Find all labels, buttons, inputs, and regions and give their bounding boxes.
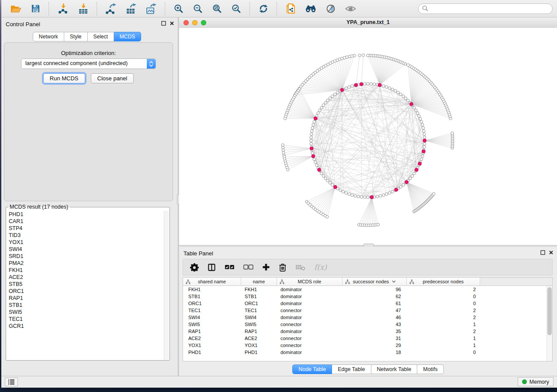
cell[interactable]: 35 <box>343 328 407 335</box>
mcds-result-item[interactable]: SWI5 <box>7 309 164 316</box>
select-all-icon[interactable] <box>221 263 238 271</box>
cell[interactable]: ORC1 <box>241 300 277 307</box>
table-row[interactable]: ORC1ORC1dominator610 <box>183 300 552 307</box>
deselect-all-icon[interactable] <box>240 263 257 271</box>
tab-select[interactable]: Select <box>88 32 114 41</box>
cell[interactable]: 61 <box>343 300 407 307</box>
import-table-icon[interactable] <box>74 2 92 16</box>
mcds-result-item[interactable]: RAP1 <box>7 295 164 302</box>
delete-column-icon[interactable] <box>275 262 290 272</box>
cell[interactable]: 1 <box>407 335 480 342</box>
table-row[interactable]: PHD1PHD1dominator180 <box>183 349 552 356</box>
zoom-fit-icon[interactable] <box>209 2 225 15</box>
cell[interactable]: 43 <box>343 321 407 328</box>
cell[interactable]: connector <box>277 321 343 328</box>
mcds-result-item[interactable]: TID3 <box>7 232 164 239</box>
mcds-result-item[interactable]: PHD1 <box>7 211 164 218</box>
cell[interactable]: 2 <box>407 307 480 314</box>
toggle-panel-columns-icon[interactable] <box>204 262 219 272</box>
mcds-result-item[interactable]: SRD1 <box>7 253 164 260</box>
cell[interactable]: 1 <box>407 342 480 349</box>
new-network-from-selection-icon[interactable] <box>282 2 299 16</box>
mcds-result-item[interactable]: ORC1 <box>7 288 164 295</box>
cell[interactable]: 2 <box>407 314 480 321</box>
import-network-icon[interactable] <box>54 2 72 16</box>
tab-network[interactable]: Network <box>33 32 64 41</box>
table-row[interactable]: FKH1FKH1dominator962 <box>183 286 552 293</box>
network-graph[interactable] <box>179 28 557 245</box>
cell[interactable]: 96 <box>343 286 407 293</box>
network-canvas[interactable] <box>179 28 557 245</box>
add-column-icon[interactable] <box>259 262 273 272</box>
memory-button[interactable]: Memory <box>518 377 554 386</box>
zoom-in-icon[interactable] <box>170 2 187 15</box>
table-scrollbar[interactable] <box>547 286 552 361</box>
float-panel-icon[interactable] <box>540 250 545 255</box>
float-panel-icon[interactable] <box>161 21 166 26</box>
cell[interactable]: SWI4 <box>183 314 241 321</box>
column-header-mcds-role[interactable]: MCDS role <box>277 278 343 286</box>
cell[interactable]: connector <box>277 342 343 349</box>
cell[interactable]: PHD1 <box>241 349 277 356</box>
scrollbar-thumb[interactable] <box>547 287 552 335</box>
cell[interactable]: 2 <box>407 328 480 335</box>
cell[interactable]: TEC1 <box>241 307 277 314</box>
cell[interactable]: dominator <box>277 328 343 335</box>
mcds-result-item[interactable]: GCR1 <box>7 323 164 330</box>
tab-mcds[interactable]: MCDS <box>114 32 141 41</box>
cell[interactable]: RAP1 <box>183 328 241 335</box>
cell[interactable]: dominator <box>277 286 343 293</box>
cell[interactable]: 0 <box>407 293 480 300</box>
cell[interactable]: connector <box>277 335 343 342</box>
table-row[interactable]: YOX1YOX1connector291 <box>183 342 552 349</box>
save-session-icon[interactable] <box>28 2 44 15</box>
cell[interactable]: 31 <box>343 335 407 342</box>
cell[interactable]: 1 <box>407 321 480 328</box>
cell[interactable]: ORC1 <box>183 300 241 307</box>
table-tab-motifs[interactable]: Motifs <box>417 364 443 374</box>
graphics-details-icon[interactable] <box>322 2 339 15</box>
cell[interactable]: TEC1 <box>183 307 241 314</box>
mcds-result-item[interactable]: YOX1 <box>7 239 164 246</box>
cell[interactable]: 0 <box>407 349 480 356</box>
show-hide-eye-icon[interactable] <box>342 2 360 15</box>
cell[interactable]: 46 <box>343 314 407 321</box>
settings-gear-icon[interactable] <box>187 262 202 272</box>
mcds-result-item[interactable]: FKH1 <box>7 267 164 274</box>
find-binoculars-icon[interactable] <box>301 2 320 15</box>
column-header-successor-nodes[interactable]: successor nodes <box>343 278 407 286</box>
cell[interactable]: STB1 <box>241 293 277 300</box>
mcds-result-item[interactable]: PMA2 <box>7 260 164 267</box>
cell[interactable]: ACE2 <box>241 335 277 342</box>
mcds-result-item[interactable]: TEC1 <box>7 316 164 323</box>
mcds-result-list[interactable]: PHD1CAR1STP4TID3YOX1SWI4SRD1PMA2FKH1ACE2… <box>7 211 164 360</box>
column-header-shared-name[interactable]: shared name <box>183 278 241 286</box>
cell[interactable]: SWI4 <box>241 314 277 321</box>
cell[interactable]: 29 <box>343 342 407 349</box>
cell[interactable]: SWI5 <box>241 321 277 328</box>
tab-style[interactable]: Style <box>64 32 88 41</box>
column-header-predecessor-nodes[interactable]: predecessor nodes <box>407 278 480 286</box>
cell[interactable]: YOX1 <box>183 342 241 349</box>
task-history-icon[interactable] <box>5 378 18 386</box>
cell[interactable]: dominator <box>277 293 343 300</box>
open-file-icon[interactable] <box>7 2 25 15</box>
cell[interactable]: 2 <box>407 286 480 293</box>
table-row[interactable]: ACE2ACE2connector311 <box>183 335 552 342</box>
column-header-name[interactable]: name <box>241 278 277 286</box>
cell[interactable]: STB1 <box>183 293 241 300</box>
run-mcds-button[interactable]: Run MCDS <box>43 73 85 83</box>
cell[interactable]: 18 <box>343 349 407 356</box>
close-panel-icon[interactable] <box>549 250 554 255</box>
refresh-layout-icon[interactable] <box>255 2 272 15</box>
table-row[interactable]: RAP1RAP1dominator352 <box>183 328 552 335</box>
export-image-icon[interactable] <box>142 2 160 16</box>
mcds-list-scrollbar[interactable] <box>164 211 169 360</box>
cell[interactable]: 47 <box>343 307 407 314</box>
table-tab-node-table[interactable]: Node Table <box>292 364 332 374</box>
mcds-result-item[interactable]: ACE2 <box>7 274 164 281</box>
cell[interactable]: RAP1 <box>241 328 277 335</box>
search-input[interactable] <box>418 3 553 14</box>
cell[interactable]: 0 <box>407 300 480 307</box>
table-tab-network-table[interactable]: Network Table <box>371 364 418 374</box>
